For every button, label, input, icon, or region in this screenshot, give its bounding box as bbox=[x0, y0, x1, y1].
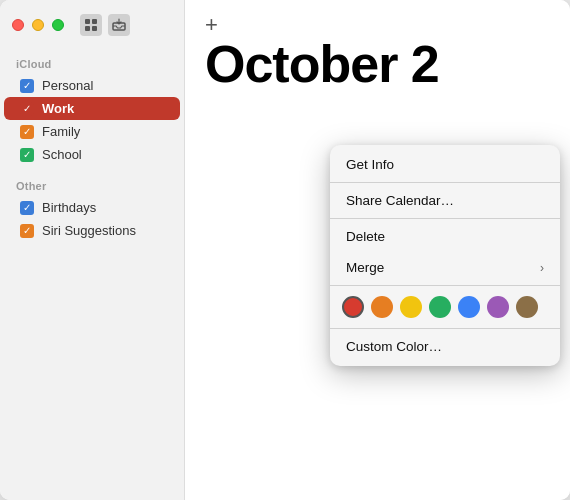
color-dot-yellow[interactable] bbox=[400, 296, 422, 318]
sidebar-item-siri[interactable]: ✓ Siri Suggestions bbox=[4, 219, 180, 242]
menu-item-delete-label: Delete bbox=[346, 229, 385, 244]
menu-item-delete[interactable]: Delete bbox=[330, 221, 560, 252]
chevron-right-icon: › bbox=[540, 261, 544, 275]
birthdays-checkbox[interactable]: ✓ bbox=[20, 201, 34, 215]
menu-divider-1 bbox=[330, 182, 560, 183]
menu-item-merge-label: Merge bbox=[346, 260, 384, 275]
menu-item-share-calendar-label: Share Calendar… bbox=[346, 193, 454, 208]
color-row bbox=[330, 288, 560, 326]
sidebar-section-other: Other ✓ Birthdays ✓ Siri Suggestions bbox=[0, 172, 184, 242]
color-dot-green[interactable] bbox=[429, 296, 451, 318]
grid-icon[interactable] bbox=[80, 14, 102, 36]
sidebar-section-icloud: iCloud ✓ Personal ✓ Work ✓ Family ✓ Scho… bbox=[0, 50, 184, 166]
svg-rect-3 bbox=[92, 26, 97, 31]
svg-rect-2 bbox=[85, 26, 90, 31]
color-dot-red[interactable] bbox=[342, 296, 364, 318]
work-checkbox[interactable]: ✓ bbox=[20, 102, 34, 116]
menu-item-get-info-label: Get Info bbox=[346, 157, 394, 172]
color-dot-blue[interactable] bbox=[458, 296, 480, 318]
personal-checkbox[interactable]: ✓ bbox=[20, 79, 34, 93]
color-dot-orange[interactable] bbox=[371, 296, 393, 318]
family-checkbox[interactable]: ✓ bbox=[20, 125, 34, 139]
menu-item-custom-color[interactable]: Custom Color… bbox=[330, 331, 560, 362]
family-label: Family bbox=[42, 124, 80, 139]
menu-item-custom-color-label: Custom Color… bbox=[346, 339, 442, 354]
work-label: Work bbox=[42, 101, 74, 116]
close-button[interactable] bbox=[12, 19, 24, 31]
month-title: October 2 bbox=[205, 38, 550, 90]
icloud-section-label: iCloud bbox=[0, 50, 184, 74]
menu-divider-4 bbox=[330, 328, 560, 329]
personal-label: Personal bbox=[42, 78, 93, 93]
app-window: iCloud ✓ Personal ✓ Work ✓ Family ✓ Scho… bbox=[0, 0, 570, 500]
titlebar-icons bbox=[80, 14, 130, 36]
svg-rect-1 bbox=[92, 19, 97, 24]
menu-divider-2 bbox=[330, 218, 560, 219]
sidebar-item-school[interactable]: ✓ School bbox=[4, 143, 180, 166]
main-area: + October 2 Get Info Share Calendar… Del… bbox=[185, 0, 570, 500]
color-dot-purple[interactable] bbox=[487, 296, 509, 318]
menu-item-merge[interactable]: Merge › bbox=[330, 252, 560, 283]
inbox-icon[interactable] bbox=[108, 14, 130, 36]
maximize-button[interactable] bbox=[52, 19, 64, 31]
school-checkbox[interactable]: ✓ bbox=[20, 148, 34, 162]
siri-label: Siri Suggestions bbox=[42, 223, 136, 238]
sidebar-item-family[interactable]: ✓ Family bbox=[4, 120, 180, 143]
color-dot-brown[interactable] bbox=[516, 296, 538, 318]
menu-item-get-info[interactable]: Get Info bbox=[330, 149, 560, 180]
minimize-button[interactable] bbox=[32, 19, 44, 31]
menu-item-share-calendar[interactable]: Share Calendar… bbox=[330, 185, 560, 216]
sidebar: iCloud ✓ Personal ✓ Work ✓ Family ✓ Scho… bbox=[0, 0, 185, 500]
context-menu: Get Info Share Calendar… Delete Merge › bbox=[330, 145, 560, 366]
sidebar-item-personal[interactable]: ✓ Personal bbox=[4, 74, 180, 97]
siri-checkbox[interactable]: ✓ bbox=[20, 224, 34, 238]
sidebar-item-birthdays[interactable]: ✓ Birthdays bbox=[4, 196, 180, 219]
sidebar-item-work[interactable]: ✓ Work bbox=[4, 97, 180, 120]
school-label: School bbox=[42, 147, 82, 162]
svg-rect-0 bbox=[85, 19, 90, 24]
other-section-label: Other bbox=[0, 172, 184, 196]
titlebar bbox=[0, 0, 185, 50]
birthdays-label: Birthdays bbox=[42, 200, 96, 215]
menu-divider-3 bbox=[330, 285, 560, 286]
